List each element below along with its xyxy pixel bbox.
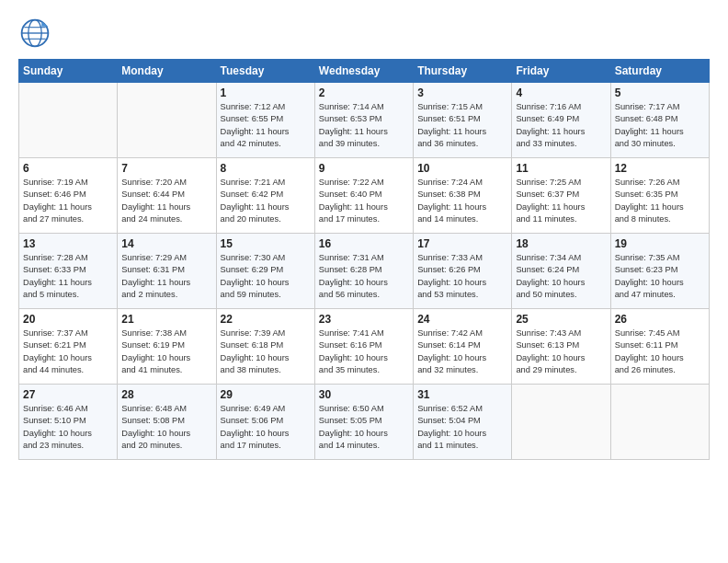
day-number: 30 [319,388,409,401]
day-info: Sunrise: 7:37 AM Sunset: 6:21 PM Dayligh… [23,327,113,377]
day-info: Sunrise: 7:17 AM Sunset: 6:48 PM Dayligh… [615,101,705,151]
day-number: 13 [23,237,113,250]
day-number: 31 [417,388,507,401]
calendar-cell: 29Sunrise: 6:49 AM Sunset: 5:06 PM Dayli… [216,385,314,460]
day-number: 22 [221,313,311,326]
day-number: 8 [221,162,311,175]
calendar-cell: 26Sunrise: 7:45 AM Sunset: 6:11 PM Dayli… [610,309,709,385]
calendar-cell: 18Sunrise: 7:34 AM Sunset: 6:24 PM Dayli… [512,234,610,309]
day-number: 17 [417,237,507,250]
day-info: Sunrise: 7:26 AM Sunset: 6:35 PM Dayligh… [615,177,705,226]
day-number: 6 [23,162,113,175]
calendar-cell: 28Sunrise: 6:48 AM Sunset: 5:08 PM Dayli… [118,385,216,460]
header-cell-sunday: Sunday [19,60,118,83]
day-info: Sunrise: 6:52 AM Sunset: 5:04 PM Dayligh… [417,403,507,453]
calendar-week-2: 6Sunrise: 7:19 AM Sunset: 6:46 PM Daylig… [19,158,710,234]
calendar-cell: 6Sunrise: 7:19 AM Sunset: 6:46 PM Daylig… [19,158,118,234]
day-info: Sunrise: 6:49 AM Sunset: 5:06 PM Dayligh… [221,403,311,453]
calendar-cell: 7Sunrise: 7:20 AM Sunset: 6:44 PM Daylig… [118,158,216,234]
day-number: 3 [417,86,507,99]
day-number: 25 [516,313,606,326]
calendar-cell: 21Sunrise: 7:38 AM Sunset: 6:19 PM Dayli… [118,309,216,385]
header-cell-tuesday: Tuesday [216,60,314,83]
header-cell-saturday: Saturday [610,60,709,83]
calendar-week-5: 27Sunrise: 6:46 AM Sunset: 5:10 PM Dayli… [19,385,710,460]
calendar-cell: 2Sunrise: 7:14 AM Sunset: 6:53 PM Daylig… [314,83,413,158]
header-cell-monday: Monday [118,60,216,83]
day-info: Sunrise: 7:39 AM Sunset: 6:18 PM Dayligh… [221,327,311,377]
day-info: Sunrise: 7:14 AM Sunset: 6:53 PM Dayligh… [319,101,409,151]
calendar-cell: 14Sunrise: 7:29 AM Sunset: 6:31 PM Dayli… [118,234,216,309]
day-info: Sunrise: 7:34 AM Sunset: 6:24 PM Dayligh… [516,252,606,302]
calendar-header: SundayMondayTuesdayWednesdayThursdayFrid… [19,60,710,83]
day-info: Sunrise: 7:28 AM Sunset: 6:33 PM Dayligh… [23,252,113,302]
calendar-cell: 19Sunrise: 7:35 AM Sunset: 6:23 PM Dayli… [610,234,709,309]
day-info: Sunrise: 7:43 AM Sunset: 6:13 PM Dayligh… [516,327,606,377]
day-info: Sunrise: 7:31 AM Sunset: 6:28 PM Dayligh… [319,252,409,302]
day-number: 26 [615,313,705,326]
day-info: Sunrise: 6:46 AM Sunset: 5:10 PM Dayligh… [23,403,113,453]
day-info: Sunrise: 6:50 AM Sunset: 5:05 PM Dayligh… [319,403,409,453]
day-info: Sunrise: 7:15 AM Sunset: 6:51 PM Dayligh… [417,101,507,151]
day-number: 9 [319,162,409,175]
calendar-cell: 31Sunrise: 6:52 AM Sunset: 5:04 PM Dayli… [414,385,512,460]
day-info: Sunrise: 7:20 AM Sunset: 6:44 PM Dayligh… [121,177,211,226]
logo [18,17,55,50]
day-number: 5 [615,86,705,99]
calendar-cell: 20Sunrise: 7:37 AM Sunset: 6:21 PM Dayli… [19,309,118,385]
day-number: 12 [615,162,705,175]
day-info: Sunrise: 7:16 AM Sunset: 6:49 PM Dayligh… [516,101,606,151]
day-info: Sunrise: 7:21 AM Sunset: 6:42 PM Dayligh… [221,177,311,226]
day-info: Sunrise: 7:38 AM Sunset: 6:19 PM Dayligh… [121,327,211,377]
calendar-cell: 3Sunrise: 7:15 AM Sunset: 6:51 PM Daylig… [414,83,512,158]
day-number: 29 [221,388,311,401]
calendar-cell: 16Sunrise: 7:31 AM Sunset: 6:28 PM Dayli… [314,234,413,309]
calendar-cell: 17Sunrise: 7:33 AM Sunset: 6:26 PM Dayli… [414,234,512,309]
day-number: 24 [417,313,507,326]
calendar-cell: 13Sunrise: 7:28 AM Sunset: 6:33 PM Dayli… [19,234,118,309]
day-info: Sunrise: 7:19 AM Sunset: 6:46 PM Dayligh… [23,177,113,226]
calendar-cell: 5Sunrise: 7:17 AM Sunset: 6:48 PM Daylig… [610,83,709,158]
day-number: 19 [615,237,705,250]
calendar-cell: 10Sunrise: 7:24 AM Sunset: 6:38 PM Dayli… [414,158,512,234]
day-number: 23 [319,313,409,326]
header-row: SundayMondayTuesdayWednesdayThursdayFrid… [19,60,710,83]
day-info: Sunrise: 7:22 AM Sunset: 6:40 PM Dayligh… [319,177,409,226]
calendar-cell: 24Sunrise: 7:42 AM Sunset: 6:14 PM Dayli… [414,309,512,385]
day-number: 4 [516,86,606,99]
day-number: 10 [417,162,507,175]
day-info: Sunrise: 7:30 AM Sunset: 6:29 PM Dayligh… [221,252,311,302]
calendar-cell: 22Sunrise: 7:39 AM Sunset: 6:18 PM Dayli… [216,309,314,385]
header-cell-thursday: Thursday [414,60,512,83]
day-number: 16 [319,237,409,250]
header-cell-friday: Friday [512,60,610,83]
calendar-cell: 9Sunrise: 7:22 AM Sunset: 6:40 PM Daylig… [314,158,413,234]
header-cell-wednesday: Wednesday [314,60,413,83]
day-info: Sunrise: 6:48 AM Sunset: 5:08 PM Dayligh… [121,403,211,453]
calendar-week-3: 13Sunrise: 7:28 AM Sunset: 6:33 PM Dayli… [19,234,710,309]
calendar-cell: 1Sunrise: 7:12 AM Sunset: 6:55 PM Daylig… [216,83,314,158]
calendar-cell: 4Sunrise: 7:16 AM Sunset: 6:49 PM Daylig… [512,83,610,158]
calendar-table: SundayMondayTuesdayWednesdayThursdayFrid… [18,59,710,460]
day-info: Sunrise: 7:45 AM Sunset: 6:11 PM Dayligh… [615,327,705,377]
day-number: 15 [221,237,311,250]
calendar-cell: 25Sunrise: 7:43 AM Sunset: 6:13 PM Dayli… [512,309,610,385]
logo-icon [18,17,51,50]
day-number: 20 [23,313,113,326]
day-info: Sunrise: 7:29 AM Sunset: 6:31 PM Dayligh… [121,252,211,302]
day-info: Sunrise: 7:24 AM Sunset: 6:38 PM Dayligh… [417,177,507,226]
header [18,17,710,50]
day-info: Sunrise: 7:25 AM Sunset: 6:37 PM Dayligh… [516,177,606,226]
calendar-cell: 12Sunrise: 7:26 AM Sunset: 6:35 PM Dayli… [610,158,709,234]
day-info: Sunrise: 7:42 AM Sunset: 6:14 PM Dayligh… [417,327,507,377]
day-number: 14 [121,237,211,250]
calendar-cell [19,83,118,158]
calendar-cell [512,385,610,460]
day-number: 2 [319,86,409,99]
calendar-cell: 30Sunrise: 6:50 AM Sunset: 5:05 PM Dayli… [314,385,413,460]
calendar-cell: 27Sunrise: 6:46 AM Sunset: 5:10 PM Dayli… [19,385,118,460]
day-number: 27 [23,388,113,401]
calendar-cell: 8Sunrise: 7:21 AM Sunset: 6:42 PM Daylig… [216,158,314,234]
day-info: Sunrise: 7:33 AM Sunset: 6:26 PM Dayligh… [417,252,507,302]
calendar-cell: 23Sunrise: 7:41 AM Sunset: 6:16 PM Dayli… [314,309,413,385]
